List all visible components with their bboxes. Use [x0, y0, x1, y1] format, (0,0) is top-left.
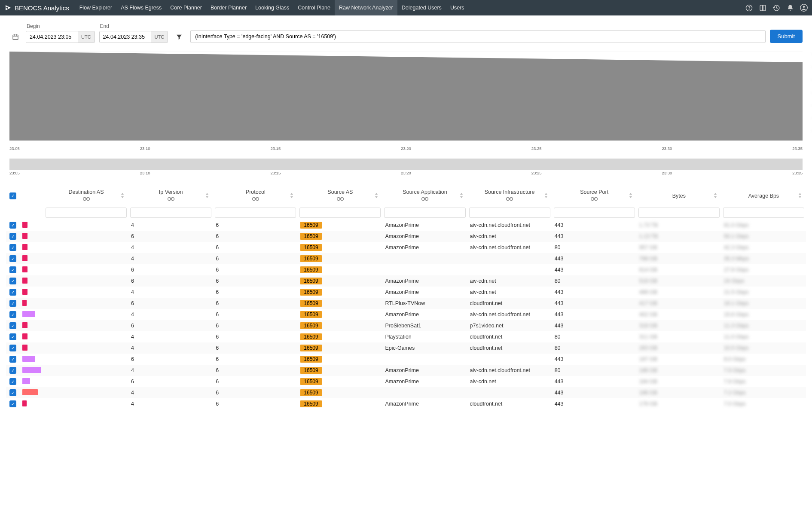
filter-icon[interactable] [172, 34, 186, 40]
col-header[interactable]: Bytes [637, 186, 721, 206]
row-checkbox[interactable]: ✓ [9, 266, 16, 273]
col-header[interactable]: ✓ [6, 186, 20, 206]
begin-input[interactable] [26, 31, 78, 43]
begin-tz[interactable]: UTC [78, 31, 95, 43]
column-filter-input[interactable] [46, 208, 127, 218]
link-icon[interactable] [469, 196, 550, 202]
column-filter-input[interactable] [384, 208, 465, 218]
sort-icon[interactable] [290, 193, 293, 199]
column-filter-input[interactable] [215, 208, 296, 218]
sort-icon[interactable] [460, 193, 463, 199]
row-checkbox[interactable]: ✓ [9, 255, 16, 262]
cell-source-app: AmazonPrime [382, 220, 467, 231]
history-icon[interactable] [772, 4, 780, 12]
nav-item-control-plane[interactable]: Control Plane [293, 0, 335, 15]
row-checkbox[interactable]: ✓ [9, 289, 16, 296]
column-filter-input[interactable] [299, 208, 381, 218]
table-row[interactable]: ✓4616509AmazonPrimecloudfront.net443176 … [6, 398, 806, 409]
end-tz[interactable]: UTC [151, 31, 168, 43]
cell-dest-as [44, 287, 128, 298]
table-row[interactable]: ✓4616509AmazonPrimeaiv-cdn.net.cloudfron… [6, 309, 806, 320]
row-checkbox[interactable]: ✓ [9, 356, 16, 363]
col-header[interactable]: Ip Version [128, 186, 213, 206]
table-row[interactable]: ✓6616509443187 GB8.0 Gbps [6, 354, 806, 365]
row-checkbox[interactable]: ✓ [9, 389, 16, 396]
sort-icon[interactable] [375, 193, 378, 199]
col-header[interactable]: Source Infrastructure [467, 186, 552, 206]
main-chart[interactable]: ——————— Mbps [9, 52, 803, 145]
row-checkbox[interactable]: ✓ [9, 300, 16, 307]
sort-icon[interactable] [544, 193, 548, 199]
row-checkbox[interactable]: ✓ [9, 345, 16, 351]
nav-item-delegated-users[interactable]: Delegated Users [397, 0, 446, 15]
cell-avg-bps: 7.2 Gbps [721, 387, 806, 398]
bell-icon[interactable] [786, 4, 794, 12]
col-header[interactable] [20, 186, 44, 206]
col-header[interactable]: Source Application [382, 186, 467, 206]
table-row[interactable]: ✓4616509AmazonPrimeaiv-cdn.net.cloudfron… [6, 365, 806, 376]
submit-button[interactable]: Submit [770, 30, 803, 43]
help-icon[interactable] [745, 4, 753, 12]
column-filter-input[interactable] [638, 208, 720, 218]
link-icon[interactable] [46, 196, 127, 202]
nav-item-raw-network-analyzer[interactable]: Raw Network Analyzer [335, 0, 397, 15]
row-checkbox[interactable]: ✓ [9, 278, 16, 284]
row-checkbox[interactable]: ✓ [9, 400, 16, 407]
table-row[interactable]: ✓4616509AmazonPrimeaiv-cdn.net.cloudfron… [6, 242, 806, 253]
col-header[interactable]: Protocol [213, 186, 298, 206]
link-icon[interactable] [554, 196, 635, 202]
row-color-chip [22, 255, 27, 261]
end-input[interactable] [100, 31, 151, 43]
nav-item-border-planner[interactable]: Border Planner [206, 0, 251, 15]
user-icon[interactable] [800, 4, 808, 12]
link-icon[interactable] [384, 196, 465, 202]
sort-icon[interactable] [205, 193, 209, 199]
sort-icon[interactable] [629, 193, 632, 199]
row-checkbox[interactable]: ✓ [9, 222, 16, 229]
table-row[interactable]: ✓4616509AmazonPrimeaiv-cdn.net443486 GB2… [6, 287, 806, 298]
link-icon[interactable] [299, 196, 381, 202]
column-filter-input[interactable] [723, 208, 804, 218]
row-checkbox[interactable]: ✓ [9, 367, 16, 374]
brush-chart[interactable]: 23:0523:1023:1523:2023:2523:3023:35 [9, 159, 803, 178]
col-header[interactable]: Source AS [298, 186, 382, 206]
sort-icon[interactable] [798, 193, 802, 199]
row-checkbox[interactable]: ✓ [9, 378, 16, 385]
column-filter-input[interactable] [130, 208, 211, 218]
row-checkbox[interactable]: ✓ [9, 333, 16, 340]
link-icon[interactable] [215, 196, 296, 202]
table-row[interactable]: ✓6616509443614 GB27.8 Gbps [6, 264, 806, 275]
column-filter-input[interactable] [554, 208, 635, 218]
sort-icon[interactable] [121, 193, 124, 199]
row-checkbox[interactable]: ✓ [9, 322, 16, 329]
table-row[interactable]: ✓6616509AmazonPrimeaiv-cdn.net4431.13 TB… [6, 231, 806, 242]
table-row[interactable]: ✓4616509Playstationcloudfront.net80311 G… [6, 331, 806, 342]
table-row[interactable]: ✓6616509RTLPlus-TVNowcloudfront.net44341… [6, 298, 806, 309]
col-header[interactable]: Destination AS [44, 186, 128, 206]
nav-item-users[interactable]: Users [446, 0, 469, 15]
table-row[interactable]: ✓6616509ProSiebenSat1p7s1video.net443318… [6, 320, 806, 331]
table-row[interactable]: ✓6616509AmazonPrimeaiv-cdn.net443184 GB7… [6, 376, 806, 387]
link-icon[interactable] [130, 196, 211, 202]
nav-item-flow-explorer[interactable]: Flow Explorer [75, 0, 116, 15]
table-row[interactable]: ✓4616509Epic-Gamescloudfront.net80283 GB… [6, 342, 806, 354]
row-checkbox[interactable]: ✓ [9, 233, 16, 240]
query-input[interactable] [190, 30, 765, 43]
table-row[interactable]: ✓4616509443186 GB7.2 Gbps [6, 387, 806, 398]
row-checkbox[interactable]: ✓ [9, 311, 16, 318]
table-row[interactable]: ✓6616509AmazonPrimeaiv-cdn.net80518 GB24… [6, 275, 806, 287]
nav-item-looking-glass[interactable]: Looking Glass [251, 0, 293, 15]
col-header[interactable]: Average Bps [721, 186, 806, 206]
col-header[interactable]: Source Port [552, 186, 637, 206]
row-checkbox[interactable]: ✓ [9, 244, 16, 251]
select-all-checkbox[interactable]: ✓ [9, 192, 16, 199]
table-row[interactable]: ✓4616509AmazonPrimeaiv-cdn.net.cloudfron… [6, 220, 806, 231]
cell-ip-version: 4 [128, 387, 213, 398]
calendar-icon[interactable] [9, 34, 21, 40]
nav-item-as-flows-egress[interactable]: AS Flows Egress [116, 0, 166, 15]
nav-item-core-planner[interactable]: Core Planner [166, 0, 206, 15]
sort-icon[interactable] [714, 193, 717, 199]
table-row[interactable]: ✓4616509443798 GB35.3 Mbps [6, 253, 806, 264]
book-icon[interactable] [759, 4, 766, 12]
column-filter-input[interactable] [469, 208, 550, 218]
